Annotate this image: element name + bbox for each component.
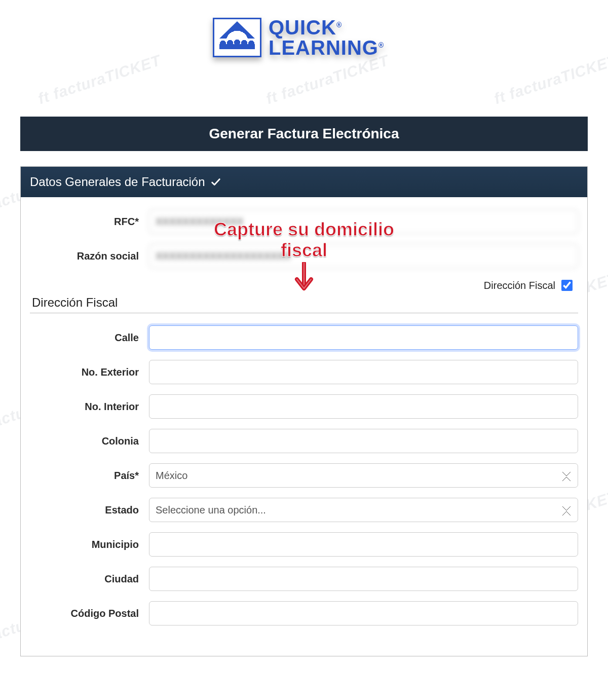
direccion-fiscal-toggle-label: Dirección Fiscal	[484, 280, 555, 291]
municipio-input[interactable]	[149, 532, 578, 557]
municipio-label: Municipio	[30, 539, 149, 550]
rfc-input[interactable]	[149, 209, 578, 234]
panel-header-text: Datos Generales de Facturación	[30, 175, 205, 189]
calle-input[interactable]	[149, 325, 578, 350]
colonia-input[interactable]	[149, 429, 578, 453]
ciudad-input[interactable]	[149, 567, 578, 591]
no-interior-input[interactable]	[149, 394, 578, 419]
section-title-direccion-fiscal: Dirección Fiscal	[32, 296, 578, 310]
brand-line1: QUICK	[269, 16, 336, 39]
direccion-fiscal-checkbox[interactable]	[561, 280, 573, 291]
no-interior-label: No. Interior	[30, 401, 149, 413]
codigo-postal-label: Código Postal	[30, 608, 149, 619]
rfc-label: RFC*	[30, 216, 149, 228]
brand-logo: QUICK® LEARNING®	[213, 9, 395, 66]
no-exterior-label: No. Exterior	[30, 366, 149, 378]
no-exterior-input[interactable]	[149, 360, 578, 384]
page-title: Generar Factura Electrónica	[209, 126, 399, 141]
registered-mark: ®	[378, 41, 384, 49]
codigo-postal-input[interactable]	[149, 601, 578, 625]
section-divider	[30, 313, 578, 313]
panel-header: Datos Generales de Facturación	[21, 167, 587, 197]
billing-panel: Datos Generales de Facturación RFC* Razó…	[20, 166, 588, 656]
registered-mark: ®	[336, 21, 342, 29]
razon-social-label: Razón social	[30, 250, 149, 262]
pais-label: País*	[30, 470, 149, 482]
brand-logo-text: QUICK® LEARNING®	[269, 17, 384, 58]
estado-label: Estado	[30, 504, 149, 516]
brand-line2: LEARNING	[269, 36, 378, 59]
estado-select[interactable]: Seleccione una opción...	[149, 498, 578, 522]
page-title-bar: Generar Factura Electrónica	[20, 117, 588, 151]
razon-social-input[interactable]	[149, 244, 578, 268]
calle-label: Calle	[30, 332, 149, 344]
pais-select[interactable]: México	[149, 463, 578, 488]
ciudad-label: Ciudad	[30, 573, 149, 585]
brand-logo-mark	[213, 18, 261, 57]
check-icon	[210, 176, 221, 188]
colonia-label: Colonia	[30, 435, 149, 447]
